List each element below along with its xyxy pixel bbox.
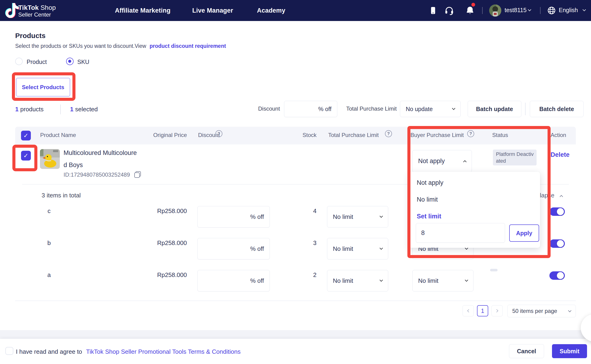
sku-row-name: c [44,208,54,215]
pagination-next-button[interactable] [491,305,503,316]
header-original-price: Original Price [130,132,187,138]
products-count-number: 1 [15,106,19,113]
page-title: Products [15,32,46,40]
sku-discount-input-a[interactable]: % off [197,270,270,292]
header-status: Status [492,132,508,138]
status-line1: Platform Deactiv [496,151,534,157]
apply-button[interactable]: Apply [509,224,539,242]
select-all-checkbox[interactable]: ✓ [21,131,31,140]
sku-discount-field-a[interactable] [198,277,250,284]
submit-button[interactable]: Submit [552,344,587,358]
set-limit-input[interactable] [416,223,505,243]
batch-discount-input[interactable]: % off [284,101,337,117]
product-name-line1: Multicoloured Multicoloure [64,149,137,156]
discount-help-icon[interactable]: ? [215,130,222,137]
sku-active-toggle-c[interactable] [549,208,565,216]
discount-requirement-link[interactable]: product discount requirement [149,43,226,49]
sku-total-limit-value-b: No limit [333,245,353,253]
notification-bell-icon[interactable] [465,6,475,15]
nav-item-live-manager[interactable]: Live Manager [192,7,233,14]
delete-action-link[interactable]: Delete [551,151,570,158]
sku-percent-off-c: % off [250,213,269,221]
tiktok-logo-icon [5,3,19,18]
chevron-right-icon [495,309,498,312]
select-products-button[interactable]: Select Products [16,78,70,96]
sku-total-limit-value-a: No limit [333,277,353,284]
products-count: 1 products [15,106,43,113]
sku-active-toggle-b[interactable] [549,239,565,248]
support-headset-icon[interactable] [444,6,454,15]
row-checkbox[interactable]: ✓ [21,151,31,161]
batch-divider [525,103,526,115]
dropdown-option-no-limit[interactable]: No limit [417,196,438,203]
dropdown-option-not-apply[interactable]: Not apply [417,179,443,186]
batch-total-purchase-limit-label: Total Purchase Limit [346,105,397,112]
sku-active-toggle-a[interactable] [549,271,565,280]
pagination-prev-button[interactable] [463,305,474,316]
radio-product[interactable] [15,58,23,65]
buyer-purchase-limit-help-icon[interactable]: ? [467,130,474,137]
cancel-button[interactable]: Cancel [509,344,544,358]
batch-percent-off-suffix: % off [318,106,337,112]
sku-buyer-limit-select-a[interactable]: No limit [412,270,474,292]
sku-total-limit-chevron-b [380,247,383,250]
sku-total-limit-select-b[interactable]: No limit [327,238,388,260]
header-buyer-purchase-limit: Buyer Purchase Limit [410,132,464,138]
count-divider [60,104,61,114]
product-image [40,149,60,169]
sku-total-limit-chevron-a [380,278,383,282]
user-avatar[interactable] [489,4,501,17]
dropdown-set-limit-option[interactable]: Set limit [417,213,441,220]
products-count-text: products [20,106,44,113]
page-subtitle: Select the products or SKUs you want to … [15,43,226,49]
sku-total-limit-select-c[interactable]: No limit [327,206,388,228]
brand-tiktok: TikTok [18,4,39,11]
nav-divider-2 [540,7,541,14]
terms-agree-text: I have read and agree to TikTok Shop Sel… [16,348,241,355]
buyer-limit-dropdown-panel: Not apply No limit Set limit Apply [409,172,540,248]
brand-shop: Shop [39,4,56,11]
total-purchase-limit-help-icon[interactable]: ? [385,130,392,137]
sku-row-price: Rp258.000 [130,239,187,247]
terms-checkbox[interactable] [5,347,13,355]
selected-count: 1 selected [70,106,98,113]
items-per-page-select[interactable]: 50 items per page [507,305,576,317]
language-label[interactable]: English [559,7,578,13]
batch-delete-button[interactable]: Batch delete [530,101,584,117]
user-name[interactable]: test8115 [504,7,527,13]
sku-total-limit-value-c: No limit [333,213,353,221]
sku-discount-input-c[interactable]: % off [197,206,270,228]
mobile-app-icon[interactable] [429,6,437,15]
language-chevron-down-icon[interactable] [583,8,586,11]
batch-discount-input-field[interactable] [284,106,318,112]
header-stock: Stock [291,132,316,138]
pagination-page-1[interactable]: 1 [477,305,488,316]
terms-link[interactable]: TikTok Shop Seller Promotional Tools Ter… [86,348,241,355]
globe-icon[interactable] [547,6,556,15]
nav-divider [482,7,483,14]
sku-percent-off-b: % off [250,245,269,253]
radio-sku-label[interactable]: SKU [77,58,89,65]
sku-discount-field-b[interactable] [198,246,250,252]
radio-sku[interactable] [66,58,74,65]
nav-item-academy[interactable]: Academy [257,7,285,14]
sku-stock-c: 4 [291,208,316,215]
page: TikTok Shop Seller Center Affiliate Mark… [0,0,591,364]
copy-icon[interactable] [134,171,141,178]
user-chevron-down-icon[interactable] [528,8,531,11]
sku-discount-input-b[interactable]: % off [197,238,270,260]
set-limit-input-field[interactable] [416,229,505,237]
nav-item-affiliate-marketing[interactable]: Affiliate Marketing [115,7,170,14]
buyer-limit-select-open[interactable]: Not apply [412,150,472,172]
batch-limit-select[interactable]: No update [400,101,461,117]
per-page-chevron-down-icon [568,309,571,312]
collapse-chevron-up-icon [560,195,563,198]
top-nav: TikTok Shop Seller Center Affiliate Mark… [0,0,591,21]
sku-row-price: Rp258.000 [130,271,187,279]
buyer-limit-chevron-up-icon [463,160,466,163]
sku-total-limit-chevron-c [380,214,383,218]
sku-discount-field-c[interactable] [198,214,250,220]
batch-update-button[interactable]: Batch update [468,101,521,117]
radio-product-label[interactable]: Product [27,58,47,65]
sku-total-limit-select-a[interactable]: No limit [327,270,388,292]
